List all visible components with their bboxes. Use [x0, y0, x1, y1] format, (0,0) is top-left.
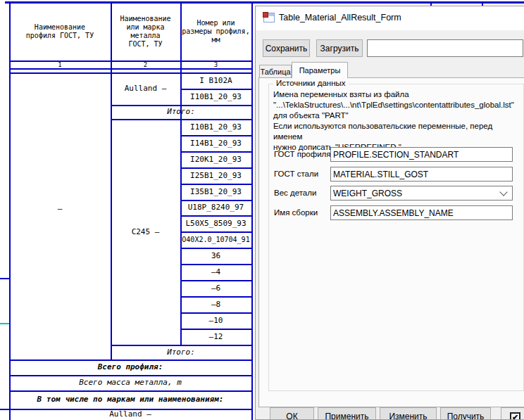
profile-cell[interactable]: —4	[182, 264, 250, 280]
info-line: для объекта "PART"	[273, 110, 523, 121]
parameters-tab-page: Источники данных Имена переменных взяты …	[258, 77, 524, 407]
table-border-right	[251, 1, 253, 420]
footer-row-total-profiles[interactable]: Всего профиля:	[11, 359, 250, 375]
groupbox-title: Источники данных	[273, 79, 349, 87]
dialog-window: Table_Material_AllResult_Form Сохранить …	[255, 6, 524, 420]
profile-cell[interactable]: I25B1_20_93	[182, 167, 250, 184]
material-cell[interactable]: Aulland –	[111, 72, 180, 105]
profile-cell[interactable]: L50X5_8509_93	[182, 215, 250, 231]
field-label-steel-gost: ГОСТ стали	[274, 167, 318, 182]
info-line: Имена переменных взяты из файла	[273, 89, 523, 100]
margin-mark-cyan	[0, 323, 9, 324]
load-button[interactable]: Загрузить	[316, 39, 363, 57]
totals-row[interactable]: Итого:	[112, 105, 250, 119]
col1-number: 1	[9, 61, 111, 68]
footer-row-by-marks[interactable]: В том числе по маркам или наименованиям:	[11, 390, 250, 409]
combobox-value: WEIGHT_GROSS	[331, 189, 501, 198]
tab-table[interactable]: Таблица	[259, 65, 292, 78]
field-label-profile-gost: ГОСТ профиля	[274, 147, 331, 162]
profile-cell[interactable]: I35B1_20_93	[182, 184, 250, 200]
get-button[interactable]: Получить	[440, 407, 491, 420]
dialog-title: Table_Material_AllResult_Form	[279, 13, 401, 23]
col3-header[interactable]: Номер или размеры профиля, мм	[180, 3, 251, 61]
form-icon	[263, 13, 275, 23]
modify-button[interactable]: Изменить	[380, 407, 437, 420]
apply-checkbox[interactable]: ✔	[510, 412, 520, 420]
profile-cell[interactable]: —10	[182, 312, 250, 329]
info-line: Если используются пользовательские перем…	[273, 121, 523, 142]
profile-cell[interactable]: I10B1_20_93	[182, 119, 250, 135]
toggle-panel: ✔	[501, 407, 524, 420]
profile-cell[interactable]: I20K1_20_93	[182, 151, 250, 167]
profile-cell[interactable]: I10B1_20_93	[182, 89, 250, 105]
check-icon: ✔	[512, 414, 518, 420]
profile-cell[interactable]: U18P_8240_97	[182, 200, 250, 215]
profile-cell[interactable]: O40X2.0_10704_91	[182, 231, 250, 248]
dialog-titlebar[interactable]: Table_Material_AllResult_Form	[256, 6, 524, 30]
footer-row-material[interactable]: Aulland –	[11, 409, 250, 420]
assembly-name-input[interactable]	[330, 205, 513, 220]
screen: Наименование профиля ГОСТ, ТУ Наименован…	[0, 0, 524, 420]
tab-parameters[interactable]: Параметры	[292, 62, 348, 78]
col1-dash-cell[interactable]: –	[11, 72, 109, 345]
info-text: Имена переменных взяты из файла "...\Tek…	[273, 89, 523, 153]
col2-number: 2	[111, 61, 180, 68]
profile-cell[interactable]: —12	[182, 329, 250, 345]
field-label-assembly-name: Имя сборки	[274, 205, 318, 220]
margin-mark-blue	[0, 278, 9, 279]
col3-number: 3	[180, 61, 251, 68]
col2-header[interactable]: Наименование или марка металла ГОСТ, ТУ	[111, 3, 180, 61]
profile-cell[interactable]: I14B1_20_93	[182, 135, 250, 151]
profile-cell[interactable]: 36	[182, 248, 250, 264]
field-label-part-weight: Вес детали	[274, 186, 316, 201]
col1-header[interactable]: Наименование профиля ГОСТ, ТУ	[9, 3, 111, 61]
ok-button[interactable]: ОК	[270, 407, 314, 420]
material-cell[interactable]: С245 –	[112, 119, 179, 345]
save-button[interactable]: Сохранить	[263, 39, 310, 57]
profile-gost-input[interactable]	[330, 147, 513, 162]
totals-row[interactable]: Итого:	[112, 345, 250, 359]
part-weight-combobox[interactable]: WEIGHT_GROSS	[330, 186, 513, 201]
chevron-down-icon[interactable]	[499, 188, 507, 196]
profile-cell[interactable]: —8	[182, 296, 250, 312]
apply-button[interactable]: Применить	[318, 407, 376, 420]
footer-row-total-mass[interactable]: Всего масса металла, m	[11, 375, 250, 390]
profile-cell[interactable]: I B102A	[182, 72, 250, 89]
info-line: "...\TeklaStructures\...\nt\TplEd\settin…	[273, 100, 523, 110]
template-name-input[interactable]	[367, 39, 523, 57]
steel-gost-input[interactable]	[330, 167, 513, 182]
profile-cell[interactable]: —6	[182, 280, 250, 296]
data-sources-groupbox: Источники данных Имена переменных взяты …	[268, 84, 524, 391]
